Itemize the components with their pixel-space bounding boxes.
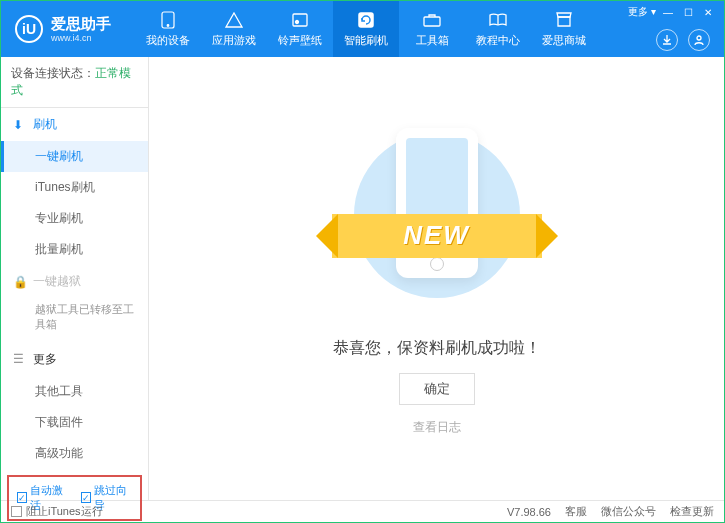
svg-rect-4 xyxy=(359,13,373,27)
store-icon xyxy=(555,11,573,29)
service-link[interactable]: 客服 xyxy=(565,504,587,519)
nav-label: 工具箱 xyxy=(416,33,449,48)
download-icon[interactable] xyxy=(656,29,678,51)
nav-my-device[interactable]: 我的设备 xyxy=(135,1,201,57)
new-ribbon-icon: NEW xyxy=(332,214,542,258)
book-icon xyxy=(489,11,507,29)
menu-icon: ☰ xyxy=(13,352,27,366)
apps-icon xyxy=(225,11,243,29)
title-menu[interactable]: 更多 ▾ xyxy=(628,5,656,19)
nav-ringtones[interactable]: 铃声壁纸 xyxy=(267,1,333,57)
checkbox-icon xyxy=(11,506,22,517)
sidebar: 设备连接状态：正常模式 ⬇ 刷机 一键刷机 iTunes刷机 专业刷机 批量刷机… xyxy=(1,57,149,500)
title-controls: 更多 ▾ — ☐ ✕ xyxy=(628,5,716,19)
nav-label: 教程中心 xyxy=(476,33,520,48)
app-header: iU 爱思助手 www.i4.cn 我的设备 应用游戏 铃声壁纸 智能刷机 工具… xyxy=(1,1,724,57)
checkbox-icon: ✓ xyxy=(17,492,27,503)
logo-icon: iU xyxy=(15,15,43,43)
lock-icon: 🔒 xyxy=(13,275,27,289)
connection-status: 设备连接状态：正常模式 xyxy=(1,57,148,108)
svg-point-6 xyxy=(697,36,701,40)
nav-tutorials[interactable]: 教程中心 xyxy=(465,1,531,57)
success-message: 恭喜您，保资料刷机成功啦！ xyxy=(333,338,541,359)
sidebar-item-advanced[interactable]: 高级功能 xyxy=(1,438,148,469)
brand-area: iU 爱思助手 www.i4.cn xyxy=(1,15,125,44)
svg-point-1 xyxy=(167,24,169,26)
maximize-button[interactable]: ☐ xyxy=(680,5,696,19)
sidebar-item-itunes-flash[interactable]: iTunes刷机 xyxy=(1,172,148,203)
close-button[interactable]: ✕ xyxy=(700,5,716,19)
brand-title: 爱思助手 xyxy=(51,15,111,33)
sidebar-item-other-tools[interactable]: 其他工具 xyxy=(1,376,148,407)
media-icon xyxy=(291,11,309,29)
view-log-link[interactable]: 查看日志 xyxy=(413,419,461,436)
version-label: V7.98.66 xyxy=(507,506,551,518)
section-title: 刷机 xyxy=(33,116,57,133)
brand-url: www.i4.cn xyxy=(51,33,111,44)
user-icon[interactable] xyxy=(688,29,710,51)
nav-flash[interactable]: 智能刷机 xyxy=(333,1,399,57)
jailbreak-note: 越狱工具已转移至工具箱 xyxy=(1,298,148,343)
conn-label: 设备连接状态： xyxy=(11,66,95,80)
sidebar-item-download-firmware[interactable]: 下载固件 xyxy=(1,407,148,438)
nav-label: 爱思商城 xyxy=(542,33,586,48)
refresh-icon xyxy=(357,11,375,29)
svg-rect-5 xyxy=(424,17,440,26)
nav-store[interactable]: 爱思商城 xyxy=(531,1,597,57)
phone-icon xyxy=(159,11,177,29)
minimize-button[interactable]: — xyxy=(660,5,676,19)
svg-point-3 xyxy=(296,20,299,23)
toolbox-icon xyxy=(423,11,441,29)
nav-label: 应用游戏 xyxy=(212,33,256,48)
nav-apps[interactable]: 应用游戏 xyxy=(201,1,267,57)
checkbox-label: 阻止iTunes运行 xyxy=(26,504,103,519)
svg-rect-2 xyxy=(293,14,307,26)
section-title: 更多 xyxy=(33,351,57,368)
section-flash[interactable]: ⬇ 刷机 xyxy=(1,108,148,141)
nav-label: 我的设备 xyxy=(146,33,190,48)
nav-label: 智能刷机 xyxy=(344,33,388,48)
main-content: NEW 恭喜您，保资料刷机成功啦！ 确定 查看日志 xyxy=(149,57,724,500)
nav-toolbox[interactable]: 工具箱 xyxy=(399,1,465,57)
sidebar-item-batch-flash[interactable]: 批量刷机 xyxy=(1,234,148,265)
section-more[interactable]: ☰ 更多 xyxy=(1,343,148,376)
main-nav: 我的设备 应用游戏 铃声壁纸 智能刷机 工具箱 教程中心 爱思商城 xyxy=(135,1,597,57)
section-title: 一键越狱 xyxy=(33,273,81,290)
wechat-link[interactable]: 微信公众号 xyxy=(601,504,656,519)
checkbox-block-itunes[interactable]: 阻止iTunes运行 xyxy=(11,504,103,519)
checkbox-icon: ✓ xyxy=(81,492,91,503)
nav-label: 铃声壁纸 xyxy=(278,33,322,48)
sidebar-item-oneclick-flash[interactable]: 一键刷机 xyxy=(1,141,148,172)
sidebar-item-pro-flash[interactable]: 专业刷机 xyxy=(1,203,148,234)
check-update-link[interactable]: 检查更新 xyxy=(670,504,714,519)
ok-button[interactable]: 确定 xyxy=(399,373,475,405)
section-jailbreak: 🔒 一键越狱 xyxy=(1,265,148,298)
download-small-icon: ⬇ xyxy=(13,118,27,132)
success-illustration: NEW xyxy=(332,122,542,322)
